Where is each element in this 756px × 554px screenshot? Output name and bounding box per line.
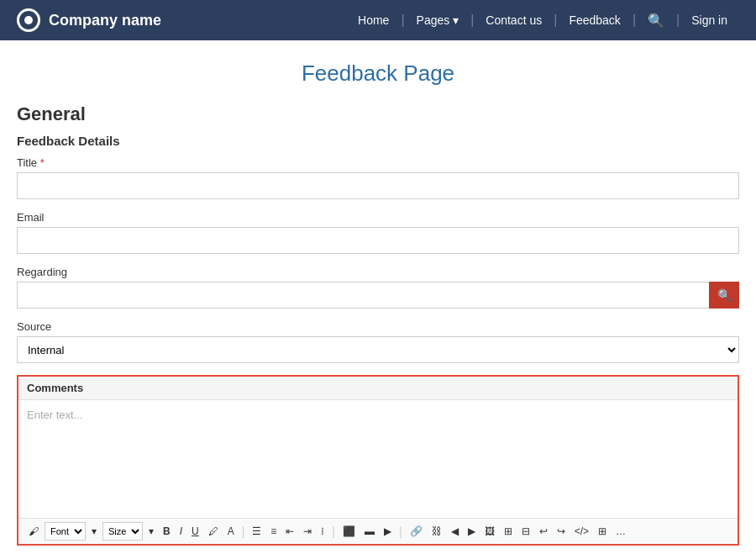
toolbar-redo-button[interactable]: ↪ <box>554 524 569 539</box>
nav-links: Home | Pages ▾ | Contact us | Feedback |… <box>346 13 739 29</box>
title-input[interactable] <box>17 172 739 199</box>
toolbar-fontcolor-button[interactable]: A <box>224 524 238 539</box>
toolbar-align-right-button[interactable]: ▶ <box>381 524 395 539</box>
toolbar-align-left-button[interactable]: ⬛ <box>339 524 359 539</box>
toolbar-italic-button[interactable]: I <box>176 524 186 539</box>
toolbar-more-button[interactable]: … <box>612 524 629 539</box>
regarding-search-icon: 🔍 <box>717 288 732 302</box>
toolbar-prev-button[interactable]: ◀ <box>448 524 462 539</box>
regarding-label: Regarding <box>17 266 739 278</box>
toolbar-size-dropdown-arrow[interactable]: ▾ <box>145 524 157 539</box>
title-field-group: Title * <box>17 156 739 199</box>
toolbar-align-center-button[interactable]: ▬ <box>361 524 378 539</box>
toolbar-sep-1: | <box>242 525 245 538</box>
toolbar-outdent-button[interactable]: ⇤ <box>282 524 297 539</box>
nav-link-feedback[interactable]: Feedback <box>557 13 632 27</box>
toolbar-underline-button[interactable]: U <box>188 524 202 539</box>
toolbar-link-button[interactable]: 🔗 <box>407 524 426 539</box>
nav-link-signin[interactable]: Sign in <box>680 13 739 27</box>
toolbar-indent-button[interactable]: ⇥ <box>300 524 315 539</box>
toolbar-size-select[interactable]: Size <box>102 522 143 541</box>
comments-placeholder: Enter text... <box>27 409 82 421</box>
nav-link-home[interactable]: Home <box>346 13 401 27</box>
toolbar-code-button[interactable]: </> <box>571 524 592 539</box>
toolbar-undo-button[interactable]: ↩ <box>536 524 551 539</box>
comments-header: Comments <box>18 377 738 400</box>
page-title: Feedback Page <box>0 40 756 103</box>
brand[interactable]: Company name <box>17 8 161 32</box>
regarding-input[interactable] <box>17 282 709 309</box>
source-label: Source <box>17 320 739 333</box>
comments-body[interactable]: Enter text... <box>18 400 738 518</box>
email-input[interactable] <box>17 227 739 254</box>
toolbar-insert-button[interactable]: ⊞ <box>501 524 516 539</box>
regarding-search-button[interactable]: 🔍 <box>709 282 739 309</box>
source-field-group: Source Internal External Other <box>17 320 739 363</box>
toolbar-font-select[interactable]: Font <box>45 522 86 541</box>
toolbar-image-button[interactable]: 🖼 <box>481 524 498 539</box>
toolbar-table-button[interactable]: ⊞ <box>595 524 610 539</box>
nav-link-pages[interactable]: Pages ▾ <box>405 13 471 27</box>
toolbar-unlink-button[interactable]: ⛓ <box>428 524 445 539</box>
toolbar-sep-3: | <box>399 525 402 538</box>
toolbar-highlight-button[interactable]: 🖊 <box>205 524 222 539</box>
regarding-field-group: Regarding 🔍 <box>17 266 739 309</box>
comments-container: Comments Enter text... 🖌 Font ▾ Size ▾ B… <box>17 375 739 546</box>
toolbar-next-button[interactable]: ▶ <box>465 524 479 539</box>
navbar: Company name Home | Pages ▾ | Contact us… <box>0 0 756 40</box>
toolbar-sep-2: | <box>332 525 335 538</box>
source-select[interactable]: Internal External Other <box>17 336 739 363</box>
comments-toolbar: 🖌 Font ▾ Size ▾ B I U 🖊 A | ☰ ≡ <box>18 518 738 544</box>
toolbar-columns-button[interactable]: ⁞ <box>318 524 328 539</box>
toolbar-paintbrush-button[interactable]: 🖌 <box>25 524 42 539</box>
section-title: General <box>17 103 739 125</box>
toolbar-unordered-list-button[interactable]: ☰ <box>249 524 265 539</box>
toolbar-special-button[interactable]: ⊟ <box>518 524 533 539</box>
toolbar-bold-button[interactable]: B <box>160 524 174 539</box>
search-icon[interactable]: 🔍 <box>636 13 676 29</box>
page-content: General Feedback Details Title * Email R… <box>0 103 756 554</box>
toolbar-ordered-list-button[interactable]: ≡ <box>267 524 280 539</box>
toolbar-font-dropdown-arrow[interactable]: ▾ <box>88 524 100 539</box>
regarding-wrapper: 🔍 <box>17 282 739 309</box>
brand-icon-inner <box>24 16 33 24</box>
title-required: * <box>40 156 45 169</box>
title-label: Title * <box>17 156 739 169</box>
nav-link-contact[interactable]: Contact us <box>474 13 554 27</box>
subsection-title: Feedback Details <box>17 134 739 148</box>
email-label: Email <box>17 211 739 224</box>
email-field-group: Email <box>17 211 739 254</box>
brand-icon <box>17 8 40 32</box>
brand-name: Company name <box>49 12 161 29</box>
